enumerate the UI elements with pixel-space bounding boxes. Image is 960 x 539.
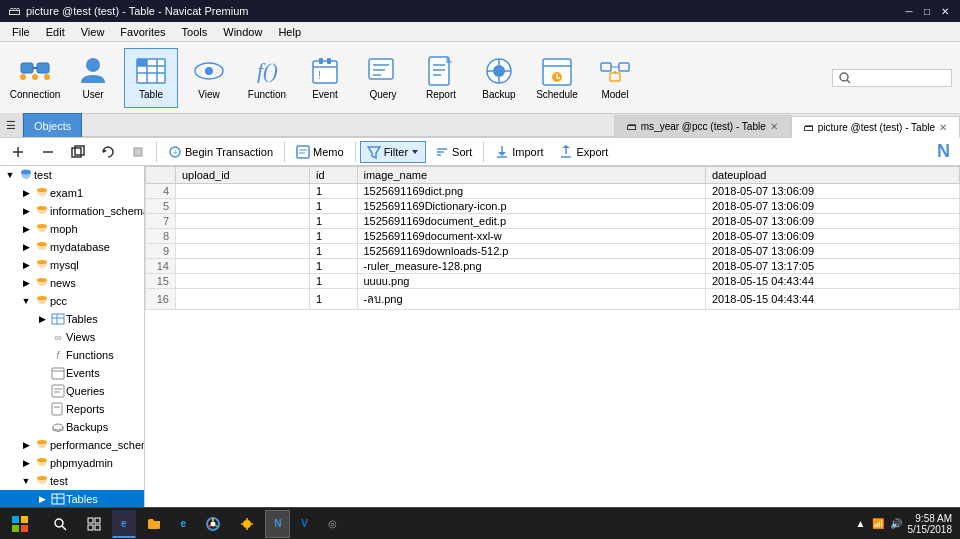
cell-id[interactable]: 1 [309, 274, 357, 289]
toolbar-user[interactable]: User [66, 48, 120, 108]
sidebar-item-moph[interactable]: ▶ moph [0, 220, 144, 238]
filter-btn[interactable]: Filter [360, 141, 426, 163]
sidebar-item-pcc[interactable]: ▼ pcc [0, 292, 144, 310]
toolbar-report[interactable]: Report [414, 48, 468, 108]
sidebar-item-pcc-events[interactable]: ▶ Events [0, 364, 144, 382]
taskbar-edge[interactable]: e [112, 510, 136, 538]
duplicate-row-btn[interactable] [64, 141, 92, 163]
toolbar-backup[interactable]: Backup [472, 48, 526, 108]
cell-upload-id[interactable] [176, 199, 310, 214]
cell-dateupload[interactable]: 2018-05-15 04:43:44 [705, 289, 959, 310]
toolbar-view[interactable]: View [182, 48, 236, 108]
cell-dateupload[interactable]: 2018-05-07 13:06:09 [705, 229, 959, 244]
toolbar-function[interactable]: f() Function [240, 48, 294, 108]
sidebar-item-mysql[interactable]: ▶ mysql [0, 256, 144, 274]
cell-upload-id[interactable] [176, 184, 310, 199]
taskbar-app[interactable]: ◎ [319, 510, 346, 538]
memo-btn[interactable]: Memo [289, 141, 351, 163]
cell-dateupload[interactable]: 2018-05-07 13:17:05 [705, 259, 959, 274]
taskbar-vscode[interactable]: V [292, 510, 317, 538]
sidebar-item-pcc-views[interactable]: ▶ ∞ Views [0, 328, 144, 346]
menu-tools[interactable]: Tools [174, 24, 216, 40]
objects-tab[interactable]: Objects [23, 113, 82, 137]
cell-id[interactable]: 1 [309, 229, 357, 244]
sort-btn[interactable]: Sort [428, 141, 479, 163]
taskbar-task-view[interactable] [78, 510, 110, 538]
cell-upload-id[interactable] [176, 214, 310, 229]
sidebar-item-pcc-queries[interactable]: ▶ Queries [0, 382, 144, 400]
taskbar-folder[interactable] [138, 510, 170, 538]
sidebar-item-performance-schema[interactable]: ▶ performance_schema [0, 436, 144, 454]
close-button[interactable]: ✕ [938, 4, 952, 18]
cell-upload-id[interactable] [176, 259, 310, 274]
cell-image-name[interactable]: 1525691169document_edit.p [357, 214, 705, 229]
add-row-btn[interactable] [4, 141, 32, 163]
taskbar-weather[interactable] [231, 510, 263, 538]
sidebar-item-pcc-reports[interactable]: ▶ Reports [0, 400, 144, 418]
menu-help[interactable]: Help [270, 24, 309, 40]
import-btn[interactable]: Import [488, 141, 550, 163]
table-row[interactable]: 411525691169dict.png2018-05-07 13:06:09 [146, 184, 960, 199]
cell-image-name[interactable]: 1525691169downloads-512.p [357, 244, 705, 259]
taskbar-search[interactable] [44, 510, 76, 538]
cell-id[interactable]: 1 [309, 289, 357, 310]
table-row[interactable]: 911525691169downloads-512.p2018-05-07 13… [146, 244, 960, 259]
toolbar-connection[interactable]: Connection [8, 48, 62, 108]
menu-window[interactable]: Window [215, 24, 270, 40]
nav-search[interactable] [832, 69, 952, 87]
menu-edit[interactable]: Edit [38, 24, 73, 40]
stop-btn[interactable] [124, 141, 152, 163]
toolbar-schedule[interactable]: Schedule [530, 48, 584, 108]
cell-image-name[interactable]: 1525691169dict.png [357, 184, 705, 199]
cell-image-name[interactable]: 1525691169Dictionary-icon.p [357, 199, 705, 214]
menu-favorites[interactable]: Favorites [112, 24, 173, 40]
start-button[interactable] [0, 508, 40, 540]
table-row[interactable]: 151uuuu.png2018-05-15 04:43:44 [146, 274, 960, 289]
col-image-name[interactable]: image_name [357, 167, 705, 184]
table-scroll[interactable]: upload_id id image_name dateupload 41152… [145, 166, 960, 519]
sidebar-item-pcc-functions[interactable]: ▶ f Functions [0, 346, 144, 364]
cell-dateupload[interactable]: 2018-05-07 13:06:09 [705, 244, 959, 259]
cell-image-name[interactable]: -ruler_measure-128.png [357, 259, 705, 274]
cell-upload-id[interactable] [176, 289, 310, 310]
toolbar-model[interactable]: Model [588, 48, 642, 108]
menu-file[interactable]: File [4, 24, 38, 40]
sidebar-item-phpmyadmin[interactable]: ▶ phpmyadmin [0, 454, 144, 472]
table-row[interactable]: 811525691169document-xxl-w2018-05-07 13:… [146, 229, 960, 244]
cell-upload-id[interactable] [176, 244, 310, 259]
cell-dateupload[interactable]: 2018-05-07 13:06:09 [705, 214, 959, 229]
refresh-btn[interactable] [94, 141, 122, 163]
sidebar-item-pcc-backups[interactable]: ▶ Backups [0, 418, 144, 436]
sidebar-item-news[interactable]: ▶ news [0, 274, 144, 292]
table-row[interactable]: 141-ruler_measure-128.png2018-05-07 13:1… [146, 259, 960, 274]
taskbar-navicat[interactable]: N [265, 510, 290, 538]
sidebar-item-test-tables[interactable]: ▶ Tables [0, 490, 144, 508]
toolbar-event[interactable]: ! Event [298, 48, 352, 108]
tab-ms-year-close[interactable]: ✕ [770, 121, 778, 132]
minimize-button[interactable]: ─ [902, 4, 916, 18]
table-row[interactable]: 711525691169document_edit.p2018-05-07 13… [146, 214, 960, 229]
cell-image-name[interactable]: uuuu.png [357, 274, 705, 289]
cell-id[interactable]: 1 [309, 214, 357, 229]
begin-transaction-btn[interactable]: + Begin Transaction [161, 141, 280, 163]
col-id[interactable]: id [309, 167, 357, 184]
table-row[interactable]: 511525691169Dictionary-icon.p2018-05-07 … [146, 199, 960, 214]
col-upload-id[interactable]: upload_id [176, 167, 310, 184]
cell-image-name[interactable]: 1525691169document-xxl-w [357, 229, 705, 244]
hamburger-menu[interactable]: ☰ [6, 119, 16, 132]
table-row[interactable]: 161-ลบ.png2018-05-15 04:43:44 [146, 289, 960, 310]
export-btn[interactable]: Export [552, 141, 615, 163]
sidebar-item-test-root[interactable]: ▼ test [0, 166, 144, 184]
sidebar-item-pcc-tables[interactable]: ▶ Tables [0, 310, 144, 328]
cell-id[interactable]: 1 [309, 244, 357, 259]
cell-upload-id[interactable] [176, 274, 310, 289]
maximize-button[interactable]: □ [920, 4, 934, 18]
cell-id[interactable]: 1 [309, 259, 357, 274]
sidebar-item-information-schema[interactable]: ▶ information_schema [0, 202, 144, 220]
cell-id[interactable]: 1 [309, 184, 357, 199]
toolbar-query[interactable]: Query [356, 48, 410, 108]
sidebar-item-test-second[interactable]: ▼ test [0, 472, 144, 490]
taskbar-ie[interactable]: e [172, 510, 196, 538]
tab-ms-year[interactable]: 🗃 ms_year @pcc (test) - Table ✕ [614, 115, 791, 137]
tab-picture[interactable]: 🗃 picture @test (test) - Table ✕ [791, 116, 960, 138]
